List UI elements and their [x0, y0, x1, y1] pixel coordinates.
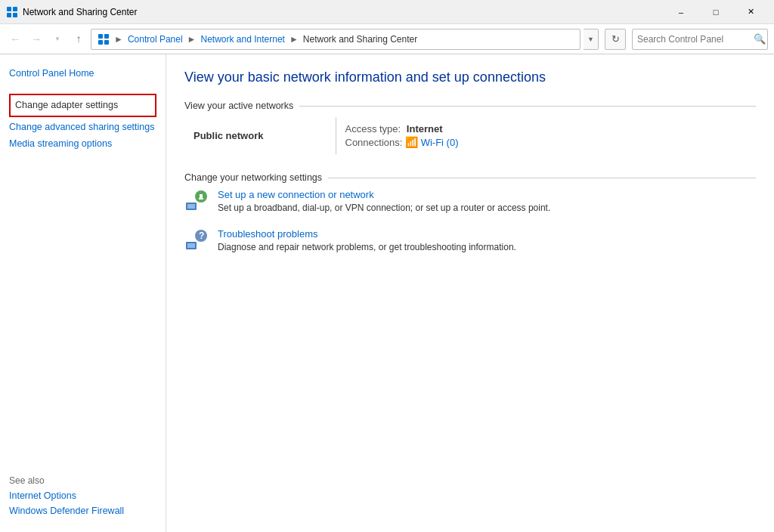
- maximize-button[interactable]: □: [698, 0, 733, 24]
- search-input[interactable]: [637, 34, 751, 45]
- svg-rect-3: [13, 13, 17, 17]
- path-control-panel[interactable]: Control Panel: [128, 34, 183, 45]
- svg-rect-16: [190, 248, 193, 249]
- access-type-row: Access type: Internet: [345, 123, 748, 135]
- svg-text:?: ?: [199, 230, 204, 241]
- access-type-label: Access type:: [345, 123, 401, 135]
- connections-label: Connections:: [345, 137, 403, 148]
- network-table: Public network Access type: Internet Con…: [184, 117, 756, 154]
- sidebar-link-windows-defender[interactable]: Windows Defender Firewall: [9, 504, 156, 518]
- main-container: Control Panel Home Change adapter settin…: [0, 54, 774, 532]
- address-dropdown[interactable]: ▼: [584, 29, 599, 50]
- search-box[interactable]: 🔍: [632, 29, 768, 50]
- svg-rect-10: [190, 209, 193, 210]
- control-panel-icon: [98, 33, 110, 45]
- sidebar-link-internet-options[interactable]: Internet Options: [9, 489, 156, 503]
- path-sep-2: ►: [187, 34, 197, 45]
- sidebar-link-advanced-sharing[interactable]: Change advanced sharing settings: [9, 120, 156, 135]
- content-area: View your basic network information and …: [166, 54, 774, 532]
- access-type-value: Internet: [407, 123, 443, 135]
- window-title: Network and Sharing Center: [23, 7, 664, 17]
- path-network-internet[interactable]: Network and Internet: [201, 34, 285, 45]
- settings-text-new-connection: Set up a new connection or network Set u…: [218, 189, 550, 213]
- window-controls: – □ ✕: [664, 0, 768, 24]
- title-bar: Network and Sharing Center – □ ✕: [0, 0, 774, 24]
- svg-rect-9: [187, 204, 195, 209]
- svg-rect-4: [98, 34, 103, 39]
- recent-pages-button[interactable]: ▼: [48, 30, 67, 48]
- wifi-name-link[interactable]: Wi-Fi (0): [421, 137, 459, 148]
- new-connection-desc: Set up a broadband, dial-up, or VPN conn…: [218, 203, 550, 213]
- svg-rect-5: [104, 34, 109, 39]
- refresh-button[interactable]: ↻: [605, 29, 626, 50]
- troubleshoot-link[interactable]: Troubleshoot problems: [218, 228, 516, 240]
- new-connection-link[interactable]: Set up a new connection or network: [218, 189, 550, 200]
- svg-rect-13: [199, 198, 203, 200]
- address-path: ► Control Panel ► Network and Internet ►…: [91, 29, 580, 50]
- troubleshoot-icon: ?: [184, 228, 209, 252]
- svg-rect-1: [13, 7, 17, 11]
- wifi-signal-icon: 📶: [405, 136, 418, 148]
- see-also-label: See also: [9, 475, 156, 486]
- svg-rect-2: [7, 13, 11, 17]
- troubleshoot-desc: Diagnose and repair network problems, or…: [218, 242, 516, 252]
- svg-rect-0: [7, 7, 11, 11]
- address-bar: ← → ▼ ↑ ► Control Panel ► Network and In…: [0, 24, 774, 54]
- active-networks-header: View your active networks: [184, 101, 756, 111]
- search-icon: 🔍: [754, 33, 766, 45]
- settings-item-new-connection: Set up a new connection or network Set u…: [184, 189, 756, 213]
- network-name: Public network: [184, 117, 336, 154]
- svg-rect-6: [98, 40, 103, 45]
- networking-settings-section: Change your networking settings Set up a…: [184, 172, 756, 252]
- back-button[interactable]: ←: [6, 30, 24, 48]
- forward-button[interactable]: →: [27, 30, 45, 48]
- minimize-button[interactable]: –: [664, 0, 698, 24]
- close-button[interactable]: ✕: [733, 0, 768, 24]
- path-current: Network and Sharing Center: [303, 34, 417, 45]
- settings-item-troubleshoot: ? Troubleshoot problems Diagnose and rep…: [184, 228, 756, 252]
- page-title: View your basic network information and …: [184, 70, 756, 85]
- network-details: Access type: Internet Connections: 📶 Wi-…: [336, 117, 756, 154]
- sidebar-link-home[interactable]: Control Panel Home: [9, 66, 156, 81]
- see-also-section: See also Internet Options Windows Defend…: [9, 475, 156, 521]
- settings-header: Change your networking settings: [184, 172, 756, 183]
- up-button[interactable]: ↑: [70, 30, 88, 48]
- svg-rect-15: [187, 243, 195, 248]
- svg-rect-7: [104, 40, 109, 45]
- app-icon: [6, 6, 18, 18]
- connections-row: Connections: 📶 Wi-Fi (0): [345, 136, 748, 148]
- path-sep-1: ►: [114, 34, 123, 45]
- settings-text-troubleshoot: Troubleshoot problems Diagnose and repai…: [218, 228, 516, 252]
- sidebar-link-change-adapter[interactable]: Change adapter settings: [9, 94, 156, 117]
- new-connection-icon: [184, 189, 209, 213]
- sidebar: Control Panel Home Change adapter settin…: [0, 54, 166, 532]
- path-sep-3: ►: [289, 34, 299, 45]
- sidebar-link-media-streaming[interactable]: Media streaming options: [9, 137, 156, 151]
- table-row: Public network Access type: Internet Con…: [184, 117, 756, 154]
